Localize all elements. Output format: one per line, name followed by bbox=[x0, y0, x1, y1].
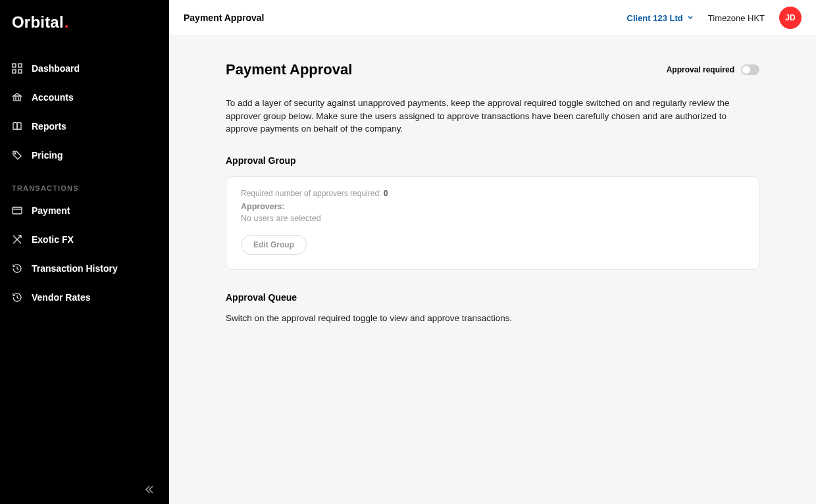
history-icon bbox=[12, 292, 22, 303]
sidebar-item-exotic-fx[interactable]: Exotic FX bbox=[0, 225, 169, 254]
content-header: Payment Approval Approval required bbox=[226, 61, 759, 78]
avatar-initials: JD bbox=[785, 13, 795, 22]
sidebar: Orbital. Dashboard Accounts bbox=[0, 0, 169, 504]
sidebar-nav: Dashboard Accounts Reports bbox=[0, 45, 169, 312]
approval-group-panel: Required number of approvers required: 0… bbox=[226, 176, 759, 270]
sidebar-item-transaction-history[interactable]: Transaction History bbox=[0, 254, 169, 283]
tag-icon bbox=[12, 150, 22, 161]
book-icon bbox=[12, 121, 22, 132]
approval-required-control: Approval required bbox=[667, 64, 759, 75]
client-picker-label: Client 123 Ltd bbox=[627, 13, 683, 23]
content: Payment Approval Approval required To ad… bbox=[169, 36, 816, 349]
approval-required-toggle[interactable] bbox=[741, 64, 759, 75]
grid-icon bbox=[12, 63, 22, 74]
sidebar-item-label: Transaction History bbox=[32, 263, 118, 274]
card-icon bbox=[12, 205, 22, 216]
main: Payment Approval Client 123 Ltd Timezone… bbox=[169, 0, 816, 504]
sidebar-item-label: Exotic FX bbox=[32, 234, 74, 245]
bank-icon bbox=[12, 92, 22, 103]
sidebar-item-pricing[interactable]: Pricing bbox=[0, 141, 169, 170]
chevron-down-icon bbox=[687, 14, 694, 21]
sidebar-item-reports[interactable]: Reports bbox=[0, 112, 169, 141]
svg-rect-2 bbox=[13, 70, 16, 73]
brand-name: Orbital bbox=[12, 13, 64, 32]
timezone-label: Timezone HKT bbox=[708, 13, 765, 23]
client-picker[interactable]: Client 123 Ltd bbox=[627, 13, 694, 23]
approval-queue-heading: Approval Queue bbox=[226, 292, 759, 303]
sidebar-section-transactions: TRANSACTIONS bbox=[0, 170, 169, 196]
required-approvers-line: Required number of approvers required: 0 bbox=[241, 189, 744, 198]
svg-rect-1 bbox=[18, 64, 22, 67]
sidebar-item-label: Dashboard bbox=[32, 63, 80, 74]
svg-rect-0 bbox=[13, 64, 16, 67]
brand-dot: . bbox=[64, 13, 69, 32]
required-approvers-value: 0 bbox=[384, 189, 388, 198]
sidebar-item-label: Reports bbox=[32, 121, 66, 132]
intro-text: To add a layer of security against unapp… bbox=[226, 97, 752, 136]
sidebar-item-label: Accounts bbox=[32, 92, 74, 103]
page-title: Payment Approval bbox=[226, 61, 352, 78]
sidebar-item-accounts[interactable]: Accounts bbox=[0, 83, 169, 112]
page-title-breadcrumb: Payment Approval bbox=[184, 13, 264, 23]
toggle-knob bbox=[742, 66, 750, 74]
brand-logo[interactable]: Orbital. bbox=[0, 0, 169, 45]
approval-queue-text: Switch on the approval required toggle t… bbox=[226, 313, 759, 323]
sidebar-item-dashboard[interactable]: Dashboard bbox=[0, 54, 169, 83]
chevrons-left-icon bbox=[144, 484, 155, 495]
svg-rect-3 bbox=[18, 70, 22, 73]
history-icon bbox=[12, 263, 22, 274]
edit-group-button[interactable]: Edit Group bbox=[241, 235, 307, 255]
approvers-empty-text: No users are selected bbox=[241, 214, 744, 223]
sidebar-item-vendor-rates[interactable]: Vendor Rates bbox=[0, 283, 169, 312]
sidebar-item-label: Payment bbox=[32, 205, 70, 216]
required-approvers-label: Required number of approvers required: bbox=[241, 189, 384, 198]
approval-group-heading: Approval Group bbox=[226, 155, 759, 166]
avatar[interactable]: JD bbox=[779, 7, 802, 29]
arrows-cross-icon bbox=[12, 234, 22, 245]
sidebar-item-payment[interactable]: Payment bbox=[0, 196, 169, 225]
sidebar-item-label: Pricing bbox=[32, 150, 63, 161]
sidebar-item-label: Vendor Rates bbox=[32, 292, 90, 303]
svg-rect-5 bbox=[13, 207, 22, 214]
approval-required-label: Approval required bbox=[667, 65, 734, 74]
topbar: Payment Approval Client 123 Ltd Timezone… bbox=[169, 0, 816, 36]
svg-point-4 bbox=[14, 153, 16, 154]
approvers-label: Approvers: bbox=[241, 202, 744, 211]
sidebar-collapse-button[interactable] bbox=[141, 482, 157, 497]
